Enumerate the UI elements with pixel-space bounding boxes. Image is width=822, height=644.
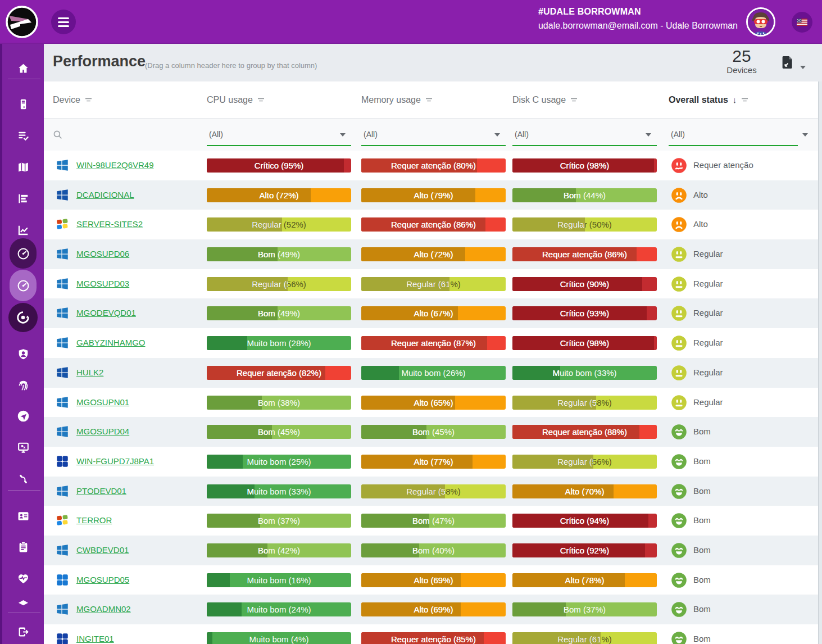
bar-chart-icon — [16, 192, 30, 206]
device-link[interactable]: TERROR — [76, 515, 112, 525]
device-link[interactable]: MGOSUPN01 — [76, 397, 129, 407]
device-link[interactable]: WIN-98UE2Q6VR49 — [76, 160, 154, 170]
sidebar-item-user-shield[interactable] — [10, 341, 37, 368]
device-search-cell — [53, 124, 193, 146]
device-link[interactable]: MGODEVQD01 — [76, 308, 136, 318]
group-by-hint: (Drag a column header here to group by t… — [145, 61, 317, 70]
disk-usage-bar: Muito bom (33%) Muito bom (33%) — [512, 366, 657, 380]
memory-usage-bar: Alto (79%) Alto (79%) — [361, 188, 506, 202]
sidebar-item-send[interactable] — [10, 402, 37, 429]
device-link[interactable]: MGOSUPD06 — [76, 249, 129, 258]
search-icon — [53, 130, 63, 140]
device-count-number: 25 — [720, 47, 763, 65]
windows-logo-icon — [55, 306, 70, 320]
device-search-input[interactable] — [67, 130, 169, 139]
windows-logo-icon — [55, 335, 70, 350]
sidebar-item-health[interactable] — [10, 565, 37, 592]
sidebar-item-logout[interactable] — [10, 618, 37, 644]
table-row: WIN-98UE2Q6VR49 Crítico (95%) Crítico (9… — [44, 151, 818, 180]
device-link[interactable]: MGOADMN02 — [76, 604, 131, 614]
table-row: MGOSUPD03 Regular (56%) Regular (56%) Re… — [44, 269, 818, 299]
filter-icon[interactable] — [85, 97, 92, 103]
windows-logo-icon — [55, 454, 70, 469]
map-icon — [16, 160, 30, 174]
overall-status-label: Requer atenção — [693, 160, 753, 170]
avatar[interactable] — [746, 7, 775, 37]
cpu-usage-bar: Muito bom (16%) Muito bom (16%) — [207, 573, 351, 587]
cpu-usage-bar: Regular (56%) Regular (56%) — [207, 277, 351, 291]
home-icon — [16, 62, 30, 76]
status-smiley-icon — [671, 601, 687, 618]
status-smiley-icon — [671, 276, 687, 292]
filter-row: (All) (All) (All) (All) — [44, 118, 818, 151]
windows-logo-icon — [55, 247, 70, 261]
sidebar-item-map[interactable] — [10, 153, 37, 180]
filter-icon[interactable] — [741, 97, 748, 103]
export-options-caret[interactable] — [800, 61, 806, 71]
sidebar-item-home[interactable] — [10, 55, 37, 82]
column-header-disk[interactable]: Disk C usage — [512, 81, 657, 118]
language-flag-button[interactable] — [792, 12, 812, 33]
memory-usage-bar: Requer atenção (86%) Requer atenção (86%… — [361, 217, 506, 232]
sidebar-item-tasks-list[interactable] — [10, 122, 37, 149]
device-link[interactable]: CWBDEVD01 — [76, 545, 129, 555]
export-button[interactable] — [781, 56, 794, 70]
us-flag-icon — [797, 19, 807, 26]
column-header-overall-status[interactable]: Overall status ↓ — [669, 81, 818, 118]
disk-usage-bar: Alto (70%) Alto (70%) — [512, 484, 657, 498]
memory-usage-bar: Regular (58%) Regular (58%) — [361, 484, 506, 498]
device-link[interactable]: PTODEVD01 — [76, 486, 126, 496]
overall-status-label: Bom — [693, 604, 711, 614]
memory-usage-bar: Bom (40%) Bom (40%) — [361, 543, 506, 557]
device-link[interactable]: MGOSUPD03 — [76, 279, 129, 288]
table-row: MGOSUPD05 Muito bom (16%) Muito bom (16%… — [44, 565, 818, 595]
caret-down-icon — [800, 66, 806, 69]
windows-logo-icon — [55, 602, 70, 616]
overall-status-label: Bom — [693, 456, 711, 466]
sidebar-item-contact-card[interactable] — [10, 502, 37, 529]
sidebar-item-gauge-performance-current[interactable] — [10, 270, 37, 301]
column-header-device[interactable]: Device — [53, 81, 193, 118]
column-header-memory[interactable]: Memory usage — [361, 81, 506, 118]
memory-usage-bar: Bom (47%) Bom (47%) — [361, 514, 506, 528]
sidebar-item-fingerprint[interactable] — [10, 371, 37, 398]
sidebar-item-resource-usage[interactable] — [8, 303, 38, 332]
line-chart-icon — [16, 223, 30, 237]
menu-button[interactable] — [51, 10, 76, 34]
sidebar-item-clipboard[interactable] — [10, 533, 37, 560]
device-link[interactable]: MGOSUPD04 — [76, 427, 129, 436]
disk-usage-bar: Crítico (93%) Crítico (93%) — [512, 306, 657, 320]
organization-name: #UDALE BORROWMAN — [538, 7, 738, 17]
device-link[interactable]: HULK2 — [76, 368, 103, 377]
sidebar-item-gauge-performance[interactable] — [10, 238, 37, 269]
filter-icon[interactable] — [570, 97, 578, 103]
sidebar-item-connections[interactable] — [10, 465, 37, 492]
filter-icon[interactable] — [257, 97, 265, 103]
device-link[interactable]: WIN-FGUPD7J8PA1 — [76, 456, 154, 466]
table-row: GABYZINHAMGO Muito bom (28%) Muito bom (… — [44, 328, 818, 358]
sidebar-item-devices[interactable] — [10, 90, 37, 117]
device-link[interactable]: SERVER-SITES2 — [76, 219, 143, 229]
device-link[interactable]: DCADICIONAL — [76, 190, 134, 199]
caret-down-icon — [494, 133, 500, 137]
device-link[interactable]: INGITE01 — [76, 634, 114, 643]
disk-filter-select[interactable]: (All) — [512, 124, 657, 146]
sidebar-item-bar-chart[interactable] — [10, 185, 37, 212]
cpu-usage-bar: Muito bom (25%) Muito bom (25%) — [207, 455, 351, 469]
device-link[interactable]: GABYZINHAMGO — [76, 338, 146, 347]
windows-logo-icon — [55, 276, 70, 291]
overall-status-label: Bom — [693, 634, 711, 643]
filter-icon[interactable] — [425, 97, 433, 103]
overall-filter-select[interactable]: (All) — [669, 124, 798, 146]
device-link[interactable]: MGOSUPD05 — [76, 575, 129, 584]
sidebar-divider — [8, 79, 40, 79]
avatar-image — [748, 9, 774, 35]
gauge-performance-icon — [16, 247, 30, 261]
vertical-scrollbar[interactable] — [819, 81, 822, 644]
cpu-usage-bar: Muito bom (4%) Muito bom (4%) — [207, 632, 351, 644]
memory-filter-select[interactable]: (All) — [361, 124, 506, 146]
column-header-cpu[interactable]: CPU usage — [207, 81, 351, 118]
sidebar-item-remote-desktop[interactable] — [10, 434, 37, 461]
overall-status-label: Regular — [693, 368, 723, 377]
cpu-filter-select[interactable]: (All) — [207, 124, 351, 146]
